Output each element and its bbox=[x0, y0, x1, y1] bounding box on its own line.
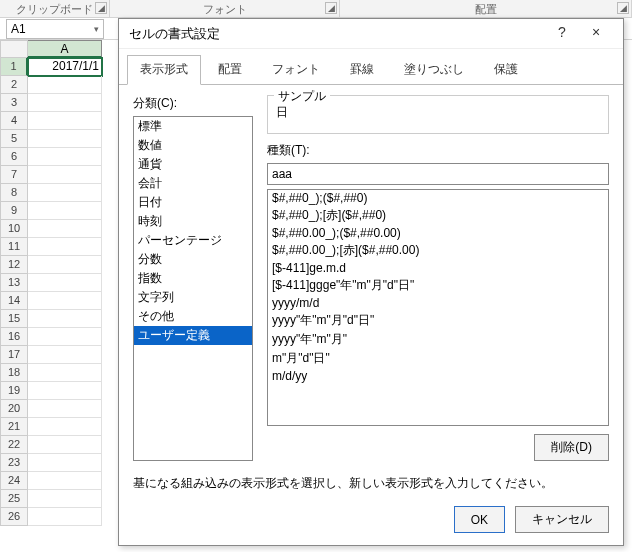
cell[interactable] bbox=[28, 382, 102, 400]
type-list-item[interactable]: $#,##0.00_);($#,##0.00) bbox=[268, 225, 608, 241]
row-header[interactable]: 11 bbox=[0, 238, 28, 256]
name-box-value: A1 bbox=[11, 22, 26, 36]
cell[interactable] bbox=[28, 130, 102, 148]
row-header[interactable]: 17 bbox=[0, 346, 28, 364]
dialog-titlebar: セルの書式設定 ? × bbox=[119, 19, 623, 49]
dialog-launcher-icon[interactable]: ◢ bbox=[617, 2, 629, 14]
dialog-launcher-icon[interactable]: ◢ bbox=[325, 2, 337, 14]
cell[interactable] bbox=[28, 238, 102, 256]
category-item[interactable]: 時刻 bbox=[134, 212, 252, 231]
type-input[interactable] bbox=[267, 163, 609, 185]
cell[interactable] bbox=[28, 202, 102, 220]
cell[interactable] bbox=[28, 346, 102, 364]
row-header[interactable]: 8 bbox=[0, 184, 28, 202]
cell[interactable] bbox=[28, 76, 102, 94]
cell[interactable] bbox=[28, 508, 102, 526]
ok-button[interactable]: OK bbox=[454, 506, 505, 533]
tab[interactable]: 配置 bbox=[205, 55, 255, 84]
ribbon-group: 配置◢ bbox=[340, 0, 632, 17]
cell[interactable] bbox=[28, 310, 102, 328]
cell[interactable] bbox=[28, 166, 102, 184]
cell[interactable] bbox=[28, 112, 102, 130]
row-header[interactable]: 22 bbox=[0, 436, 28, 454]
row-header[interactable]: 14 bbox=[0, 292, 28, 310]
cell[interactable] bbox=[28, 148, 102, 166]
cell[interactable] bbox=[28, 418, 102, 436]
row-header[interactable]: 19 bbox=[0, 382, 28, 400]
category-item[interactable]: ユーザー定義 bbox=[134, 326, 252, 345]
ribbon: クリップボード◢フォント◢配置◢ bbox=[0, 0, 632, 18]
tab[interactable]: フォント bbox=[259, 55, 333, 84]
cell[interactable] bbox=[28, 184, 102, 202]
type-list-item[interactable]: [$-411]ggge"年"m"月"d"日" bbox=[268, 276, 608, 295]
cell[interactable] bbox=[28, 490, 102, 508]
cell[interactable]: 2017/1/1 bbox=[28, 58, 102, 76]
cell[interactable] bbox=[28, 256, 102, 274]
row-header[interactable]: 21 bbox=[0, 418, 28, 436]
cell[interactable] bbox=[28, 400, 102, 418]
close-button[interactable]: × bbox=[579, 22, 613, 46]
cell[interactable] bbox=[28, 472, 102, 490]
row-header[interactable]: 5 bbox=[0, 130, 28, 148]
row-header[interactable]: 15 bbox=[0, 310, 28, 328]
tab[interactable]: 塗りつぶし bbox=[391, 55, 477, 84]
row-header[interactable]: 16 bbox=[0, 328, 28, 346]
row-header[interactable]: 7 bbox=[0, 166, 28, 184]
type-list-item[interactable]: yyyy"年"m"月" bbox=[268, 330, 608, 349]
type-list-item[interactable]: [$-411]ge.m.d bbox=[268, 260, 608, 276]
category-item[interactable]: その他 bbox=[134, 307, 252, 326]
type-list[interactable]: $#,##0_);($#,##0)$#,##0_);[赤]($#,##0)$#,… bbox=[267, 189, 609, 426]
row-header[interactable]: 12 bbox=[0, 256, 28, 274]
row-header[interactable]: 20 bbox=[0, 400, 28, 418]
cell[interactable] bbox=[28, 436, 102, 454]
row-header[interactable]: 1 bbox=[0, 58, 28, 76]
tab[interactable]: 表示形式 bbox=[127, 55, 201, 85]
select-all-corner[interactable] bbox=[0, 40, 28, 58]
cancel-button[interactable]: キャンセル bbox=[515, 506, 609, 533]
row-header[interactable]: 4 bbox=[0, 112, 28, 130]
row-header[interactable]: 10 bbox=[0, 220, 28, 238]
category-item[interactable]: 会計 bbox=[134, 174, 252, 193]
row-header[interactable]: 6 bbox=[0, 148, 28, 166]
tab[interactable]: 保護 bbox=[481, 55, 531, 84]
type-list-item[interactable]: $#,##0_);($#,##0) bbox=[268, 190, 608, 206]
category-item[interactable]: 標準 bbox=[134, 117, 252, 136]
category-item[interactable]: 日付 bbox=[134, 193, 252, 212]
category-item[interactable]: 文字列 bbox=[134, 288, 252, 307]
type-list-item[interactable]: yyyy/m/d bbox=[268, 295, 608, 311]
cell[interactable] bbox=[28, 274, 102, 292]
cell[interactable] bbox=[28, 364, 102, 382]
cell[interactable] bbox=[28, 94, 102, 112]
type-list-item[interactable]: m/d/yy bbox=[268, 368, 608, 384]
cell[interactable] bbox=[28, 292, 102, 310]
type-list-item[interactable]: yyyy"年"m"月"d"日" bbox=[268, 311, 608, 330]
row-header[interactable]: 24 bbox=[0, 472, 28, 490]
category-list[interactable]: 標準数値通貨会計日付時刻パーセンテージ分数指数文字列その他ユーザー定義 bbox=[133, 116, 253, 461]
category-item[interactable]: 通貨 bbox=[134, 155, 252, 174]
cell[interactable] bbox=[28, 328, 102, 346]
row-header[interactable]: 3 bbox=[0, 94, 28, 112]
row-header[interactable]: 23 bbox=[0, 454, 28, 472]
type-list-item[interactable]: $#,##0.00_);[赤]($#,##0.00) bbox=[268, 241, 608, 260]
column-header-a[interactable]: A bbox=[28, 40, 102, 58]
category-item[interactable]: 指数 bbox=[134, 269, 252, 288]
cell[interactable] bbox=[28, 220, 102, 238]
delete-button[interactable]: 削除(D) bbox=[534, 434, 609, 461]
type-list-item[interactable]: m"月"d"日" bbox=[268, 349, 608, 368]
help-button[interactable]: ? bbox=[545, 22, 579, 46]
name-box[interactable]: A1 ▾ bbox=[6, 19, 104, 39]
category-item[interactable]: 数値 bbox=[134, 136, 252, 155]
row-header[interactable]: 9 bbox=[0, 202, 28, 220]
category-item[interactable]: パーセンテージ bbox=[134, 231, 252, 250]
type-list-item[interactable]: $#,##0_);[赤]($#,##0) bbox=[268, 206, 608, 225]
row-header[interactable]: 25 bbox=[0, 490, 28, 508]
dialog-launcher-icon[interactable]: ◢ bbox=[95, 2, 107, 14]
row-header[interactable]: 26 bbox=[0, 508, 28, 526]
category-item[interactable]: 分数 bbox=[134, 250, 252, 269]
row-header[interactable]: 2 bbox=[0, 76, 28, 94]
cell[interactable] bbox=[28, 454, 102, 472]
dialog-title: セルの書式設定 bbox=[129, 25, 545, 43]
row-header[interactable]: 18 bbox=[0, 364, 28, 382]
tab[interactable]: 罫線 bbox=[337, 55, 387, 84]
row-header[interactable]: 13 bbox=[0, 274, 28, 292]
